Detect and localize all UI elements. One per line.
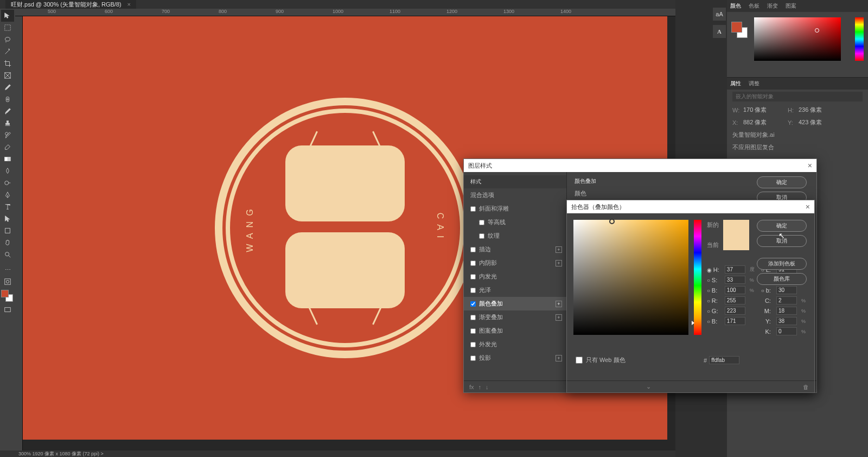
tab-swatches[interactable]: 色板	[749, 2, 760, 10]
ls-item-渐变叠加[interactable]: 渐变叠加+	[464, 310, 566, 324]
ruler-horizontal[interactable]: 500 600 700 800 900 1000 1100 1200 1300 …	[15, 9, 675, 16]
prop-w-value[interactable]: 170 像素	[743, 106, 783, 114]
frame-tool-icon[interactable]	[1, 69, 14, 81]
screen-mode-icon[interactable]	[1, 304, 14, 316]
tab-adjustments[interactable]: 调整	[749, 80, 760, 87]
down-icon[interactable]: ↓	[486, 384, 489, 390]
dialog-titlebar[interactable]: 图层样式 ×	[464, 159, 816, 172]
ls-item-等高线[interactable]: 等高线	[464, 215, 566, 229]
plus-icon[interactable]: +	[556, 301, 562, 307]
tab-color[interactable]: 颜色	[730, 2, 741, 10]
ls-checkbox[interactable]	[479, 220, 484, 225]
foreground-background-swatch[interactable]	[1, 290, 13, 302]
plus-icon[interactable]: +	[556, 355, 562, 361]
g-input[interactable]	[725, 307, 745, 315]
web-colors-checkbox[interactable]: 只有 Web 颜色	[576, 356, 626, 364]
ls-checkbox[interactable]	[470, 301, 476, 307]
tab-patterns[interactable]: 图案	[786, 2, 796, 10]
close-icon[interactable]: ×	[808, 161, 812, 170]
document-tab[interactable]: 旺财.psd @ 300% (矢量智能对象, RGB/8) ×	[5, 0, 136, 10]
ls-checkbox[interactable]	[470, 274, 476, 280]
blur-tool-icon[interactable]	[1, 165, 14, 177]
ls-checkbox[interactable]	[470, 342, 476, 347]
add-swatch-button[interactable]: 添加到色板	[757, 258, 807, 270]
y-input[interactable]	[776, 317, 797, 325]
up-icon[interactable]: ↑	[478, 384, 482, 390]
type-tool-icon[interactable]	[1, 201, 14, 213]
ls-checkbox[interactable]	[470, 261, 476, 266]
cancel-button[interactable]: 取消	[757, 235, 807, 247]
fx-icon[interactable]: fx	[469, 384, 474, 390]
ls-item-图案叠加[interactable]: 图案叠加	[464, 324, 566, 338]
color-library-button[interactable]: 颜色库	[757, 273, 807, 285]
tab-properties[interactable]: 属性	[730, 80, 741, 87]
healing-tool-icon[interactable]	[1, 93, 14, 105]
plus-icon[interactable]: +	[556, 246, 562, 253]
r-input[interactable]	[725, 296, 745, 304]
brush-tool-icon[interactable]	[1, 105, 14, 117]
gradient-tool-icon[interactable]	[1, 153, 14, 165]
current-color-swatch[interactable]	[723, 235, 749, 250]
prop-y-value[interactable]: 423 像素	[799, 118, 839, 126]
s-input[interactable]	[725, 276, 745, 284]
ls-checkbox[interactable]	[470, 206, 476, 212]
ls-item-内发光[interactable]: 内发光	[464, 270, 566, 283]
chevron-down-icon[interactable]: ⌄	[646, 383, 651, 390]
ls-checkbox[interactable]	[470, 315, 476, 320]
move-tool-icon[interactable]	[1, 10, 14, 22]
eyedropper-tool-icon[interactable]	[1, 81, 14, 93]
hue-slider[interactable]	[694, 220, 701, 335]
ls-checkbox[interactable]	[470, 288, 476, 293]
ls-item-内阴影[interactable]: 内阴影+	[464, 256, 566, 270]
blue-input[interactable]	[725, 317, 745, 325]
zoom-tool-icon[interactable]	[1, 249, 14, 261]
lab-b-input[interactable]	[776, 286, 797, 294]
wand-tool-icon[interactable]	[1, 46, 14, 58]
foreground-color-swatch[interactable]	[1, 290, 9, 297]
dodge-tool-icon[interactable]	[1, 177, 14, 189]
plus-icon[interactable]: +	[556, 260, 562, 266]
shape-tool-icon[interactable]	[1, 225, 14, 237]
ok-button[interactable]: 确定	[757, 220, 807, 232]
ok-button[interactable]: 确定	[757, 176, 807, 188]
ls-checkbox[interactable]	[470, 247, 476, 252]
m-input[interactable]	[776, 307, 797, 315]
crop-tool-icon[interactable]	[1, 58, 14, 69]
effects-panel-icon[interactable]: aA	[713, 8, 726, 21]
color-field[interactable]	[754, 17, 841, 61]
ls-item-描边[interactable]: 描边+	[464, 243, 566, 256]
hue-slider[interactable]	[855, 17, 864, 61]
c-input[interactable]	[776, 296, 797, 304]
ruler-vertical[interactable]	[15, 16, 23, 450]
ls-blending-options[interactable]: 混合选项	[464, 188, 566, 202]
prop-h-value[interactable]: 236 像素	[799, 106, 839, 114]
character-panel-icon[interactable]: A	[713, 25, 726, 38]
eraser-tool-icon[interactable]	[1, 141, 14, 153]
stamp-tool-icon[interactable]	[1, 117, 14, 129]
ls-item-投影[interactable]: 投影+	[464, 351, 566, 365]
ls-item-纹理[interactable]: 纹理	[464, 229, 566, 243]
color-field[interactable]	[573, 220, 688, 335]
ls-styles-heading[interactable]: 样式	[464, 175, 566, 188]
lasso-tool-icon[interactable]	[1, 34, 14, 46]
marquee-tool-icon[interactable]	[1, 22, 14, 34]
edit-toolbar-icon[interactable]: ⋯	[1, 264, 14, 276]
history-brush-tool-icon[interactable]	[1, 129, 14, 141]
ls-checkbox[interactable]	[470, 328, 476, 334]
tab-gradients[interactable]: 渐变	[767, 2, 778, 10]
ls-checkbox[interactable]	[479, 233, 484, 239]
prop-x-value[interactable]: 882 像素	[743, 118, 783, 126]
k-input[interactable]	[776, 327, 797, 335]
hex-input[interactable]	[709, 356, 739, 364]
plus-icon[interactable]: +	[556, 314, 562, 321]
trash-icon[interactable]: 🗑	[803, 384, 809, 390]
pen-tool-icon[interactable]	[1, 189, 14, 201]
ls-checkbox[interactable]	[470, 356, 476, 361]
path-select-tool-icon[interactable]	[1, 213, 14, 225]
ls-item-颜色叠加[interactable]: 颜色叠加+	[464, 297, 566, 310]
close-tab-icon[interactable]: ×	[127, 1, 131, 8]
hand-tool-icon[interactable]	[1, 237, 14, 249]
dialog-titlebar[interactable]: 拾色器（叠加颜色） ×	[567, 200, 814, 213]
b-input[interactable]	[725, 286, 745, 294]
quick-mask-toggle-icon[interactable]	[1, 276, 14, 288]
